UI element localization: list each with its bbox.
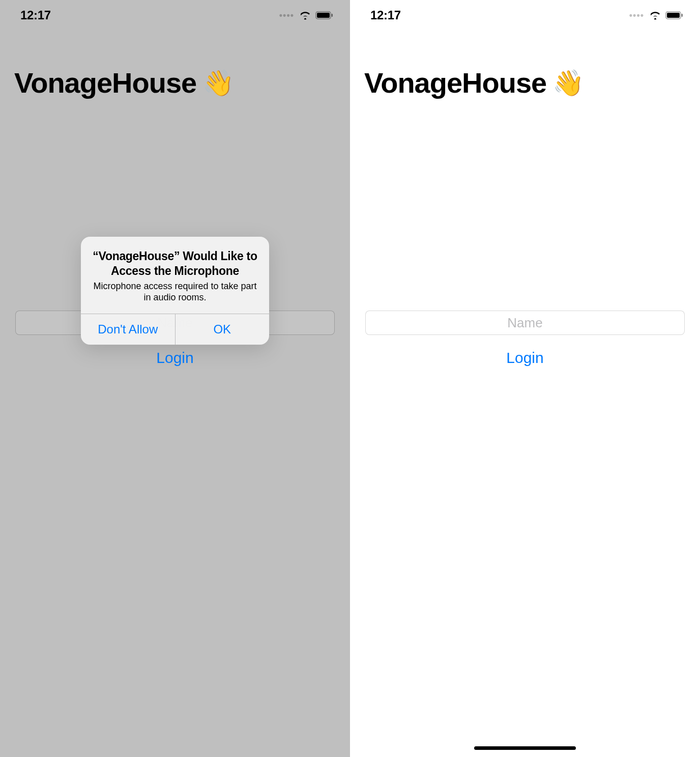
- recording-dots-icon: ••••: [279, 10, 294, 21]
- wifi-icon: [649, 11, 661, 20]
- wifi-icon: [299, 11, 311, 20]
- status-indicators: ••••: [629, 10, 684, 21]
- svg-rect-4: [667, 13, 680, 18]
- status-bar: 12:17 ••••: [0, 0, 350, 31]
- app-title-text: VonageHouse: [364, 66, 546, 99]
- battery-icon: [665, 11, 684, 20]
- svg-rect-1: [317, 13, 330, 18]
- alert-message: Microphone access required to take part …: [91, 281, 259, 303]
- status-time: 12:17: [20, 8, 51, 22]
- app-title-text: VonageHouse: [14, 66, 196, 99]
- svg-rect-2: [332, 14, 333, 17]
- login-button[interactable]: Login: [506, 349, 543, 367]
- login-form: Login: [365, 311, 685, 367]
- app-title: VonageHouse 👋: [364, 66, 584, 99]
- wave-emoji-icon: 👋: [552, 68, 584, 98]
- alert-buttons: Don't Allow OK: [81, 314, 269, 345]
- mic-permission-alert: “VonageHouse” Would Like to Access the M…: [81, 237, 269, 345]
- login-button[interactable]: Login: [156, 349, 193, 367]
- status-indicators: ••••: [279, 10, 334, 21]
- alert-body: “VonageHouse” Would Like to Access the M…: [81, 237, 269, 314]
- alert-allow-button[interactable]: OK: [175, 314, 270, 345]
- status-time: 12:17: [370, 8, 401, 22]
- battery-icon: [315, 11, 334, 20]
- phone-screen-permission: 12:17 •••• VonageHouse 👋 Login “VonageHo…: [0, 0, 350, 757]
- alert-title: “VonageHouse” Would Like to Access the M…: [91, 249, 259, 278]
- alert-deny-button[interactable]: Don't Allow: [81, 314, 175, 345]
- home-indicator[interactable]: [474, 746, 576, 750]
- recording-dots-icon: ••••: [629, 10, 644, 21]
- wave-emoji-icon: 👋: [202, 68, 234, 98]
- svg-rect-5: [682, 14, 683, 17]
- phone-screen-login: 12:17 •••• VonageHouse 👋 Login: [350, 0, 700, 757]
- status-bar: 12:17 ••••: [350, 0, 700, 31]
- name-field[interactable]: [365, 311, 685, 335]
- app-title: VonageHouse 👋: [14, 66, 234, 99]
